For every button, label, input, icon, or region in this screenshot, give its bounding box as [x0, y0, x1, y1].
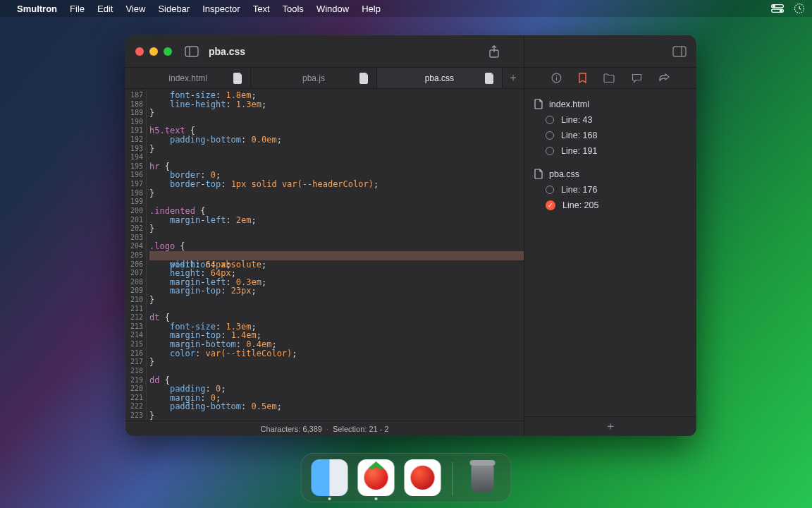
status-bar: Characters: 6,389 · Selection: 21 - 2	[125, 421, 524, 436]
bookmark-circle-icon	[546, 116, 554, 124]
zoom-button[interactable]	[164, 47, 172, 56]
line-gutter: 1871881891901911921931941951961971981992…	[125, 89, 147, 421]
comment-icon[interactable]	[632, 73, 642, 83]
tab-label: index.html	[168, 73, 207, 83]
info-icon[interactable]	[551, 73, 562, 83]
status-sel-value: 21 - 2	[369, 425, 388, 433]
sidebar-bookmark-label: Line: 43	[561, 115, 592, 125]
menu-view[interactable]: View	[125, 4, 145, 14]
new-tab-button[interactable]: ＋	[503, 68, 524, 88]
menu-file[interactable]: File	[70, 4, 85, 14]
menu-sidebar[interactable]: Sidebar	[158, 4, 190, 14]
clock-icon[interactable]	[794, 3, 805, 14]
right-sidebar-toggle-icon[interactable]	[672, 46, 687, 57]
tab-label: pba.js	[302, 73, 325, 83]
menu-bar: Smultron File Edit View Sidebar Inspecto…	[0, 0, 812, 17]
dock	[301, 453, 512, 502]
app-menu[interactable]: Smultron	[17, 4, 57, 14]
sidebar-bookmark[interactable]: Line: 168	[530, 128, 691, 143]
sidebar-body: index.htmlLine: 43Line: 168Line: 191pba.…	[524, 89, 696, 416]
svg-rect-5	[185, 47, 198, 56]
sidebar-add-button[interactable]: ＋	[524, 416, 696, 436]
bookmark-circle-icon	[546, 131, 554, 140]
code-editor[interactable]: 1871881891901911921931941951961971981992…	[125, 89, 524, 421]
svg-point-3	[780, 10, 782, 12]
folder-icon[interactable]	[603, 73, 615, 83]
svg-point-2	[773, 5, 775, 7]
document-icon	[233, 73, 243, 84]
menu-tools[interactable]: Tools	[283, 4, 304, 14]
menu-help[interactable]: Help	[362, 4, 381, 14]
sidebar-bookmark-label: Line: 176	[561, 185, 597, 195]
menu-window[interactable]: Window	[316, 4, 349, 14]
svg-rect-8	[673, 47, 686, 56]
bookmark-circle-icon	[546, 186, 554, 194]
tab-label: pba.css	[425, 73, 454, 83]
bookmark-icon[interactable]	[579, 73, 586, 83]
editor-pane: index.html pba.js pba.css ＋ 187188189190…	[125, 68, 524, 436]
dock-finder[interactable]	[312, 459, 348, 496]
sidebar-bookmark[interactable]: Line: 43	[530, 112, 691, 128]
svg-point-12	[556, 75, 558, 77]
dock-app[interactable]	[405, 459, 441, 496]
document-icon	[485, 73, 495, 84]
share-icon[interactable]	[488, 45, 500, 58]
close-button[interactable]	[135, 47, 144, 56]
bookmark-active-icon	[546, 200, 555, 210]
tab-pba-js[interactable]: pba.js	[251, 68, 376, 88]
traffic-lights	[135, 47, 172, 56]
dock-separator	[453, 462, 453, 496]
status-chars-label: Characters:	[260, 425, 300, 433]
status-sel-label: Selection:	[333, 425, 367, 433]
sidebar-bookmark-label: Line: 205	[562, 200, 598, 210]
document-icon	[359, 73, 369, 84]
status-chars-value: 6,389	[302, 425, 322, 433]
sidebar-bookmark[interactable]: Line: 205	[530, 198, 691, 213]
control-center-icon[interactable]	[771, 4, 784, 13]
tab-bar: index.html pba.js pba.css ＋	[125, 68, 524, 89]
tab-pba-css[interactable]: pba.css	[377, 68, 503, 88]
sidebar-file-name: index.html	[549, 99, 589, 109]
menu-edit[interactable]: Edit	[97, 4, 113, 14]
code-content[interactable]: font-size: 1.8em; line-height: 1.3em;}h5…	[147, 89, 524, 421]
sidebar-file[interactable]: index.html	[530, 96, 691, 112]
sidebar-toolbar	[524, 68, 696, 89]
dock-trash[interactable]	[465, 459, 501, 496]
sidebar-file[interactable]: pba.css	[530, 166, 691, 182]
bookmark-circle-icon	[546, 147, 554, 155]
titlebar[interactable]: pba.css	[125, 35, 696, 68]
minimize-button[interactable]	[149, 47, 158, 56]
forward-icon[interactable]	[659, 73, 670, 83]
menu-inspector[interactable]: Inspector	[202, 4, 240, 14]
sidebar-bookmark-label: Line: 168	[561, 131, 597, 140]
sidebar-pane: index.htmlLine: 43Line: 168Line: 191pba.…	[524, 68, 696, 436]
menu-text[interactable]: Text	[253, 4, 270, 14]
sidebar-bookmark-label: Line: 191	[561, 146, 597, 156]
sidebar-bookmark[interactable]: Line: 176	[530, 182, 691, 198]
sidebar-bookmark[interactable]: Line: 191	[530, 143, 691, 159]
document-title: pba.css	[209, 46, 245, 57]
app-window: pba.css index.html pba.js	[125, 35, 696, 436]
sidebar-toggle-icon[interactable]	[185, 46, 199, 57]
tab-index-html[interactable]: index.html	[125, 68, 251, 88]
sidebar-file-name: pba.css	[549, 169, 579, 179]
dock-smultron[interactable]	[358, 459, 395, 496]
